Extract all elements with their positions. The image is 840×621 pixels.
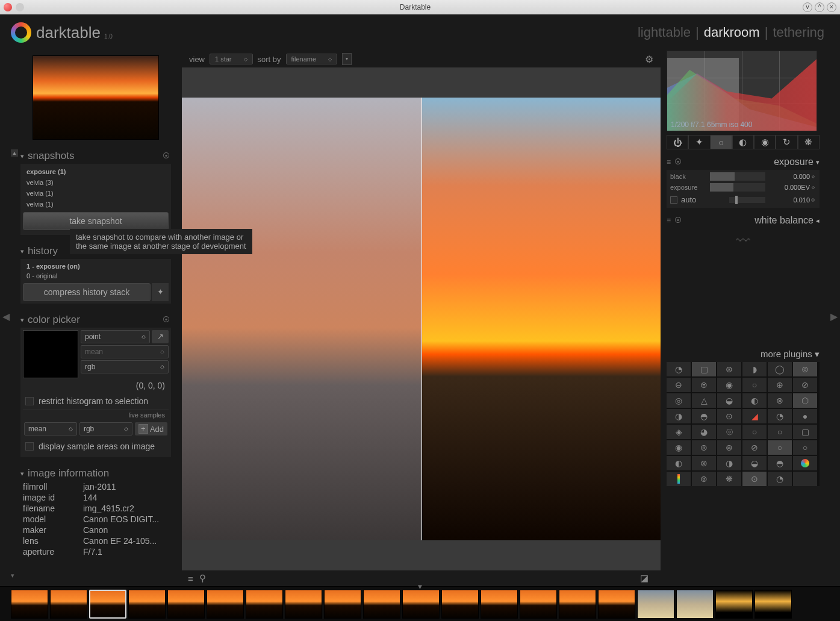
picker-colorspace-select[interactable]: rgb◇	[81, 360, 169, 373]
plugin-icon[interactable]: ◎	[667, 393, 691, 408]
plugin-icon[interactable]: ◑	[717, 456, 741, 470]
white-balance-module-header[interactable]: ≡⦿ white balance ◂	[667, 213, 820, 228]
thumbnail-preview[interactable]	[33, 55, 159, 140]
filmstrip-thumb[interactable]	[559, 590, 596, 619]
take-snapshot-button[interactable]: take snapshot	[23, 212, 169, 230]
module-group-basic[interactable]: ○	[711, 135, 732, 149]
plugin-icon[interactable]	[793, 456, 817, 470]
filmstrip-thumb[interactable]	[50, 590, 87, 619]
plugin-icon[interactable]: ⬡	[793, 393, 817, 408]
filmstrip-thumb[interactable]	[128, 590, 166, 619]
black-slider[interactable]	[710, 172, 765, 181]
plugin-icon[interactable]: ◑	[667, 409, 691, 423]
plugin-icon[interactable]: ⊘	[793, 378, 817, 392]
plugin-icon[interactable]	[667, 472, 691, 486]
filmstrip-thumb[interactable]	[285, 590, 322, 619]
plugin-icon[interactable]: ⊗	[768, 393, 792, 408]
module-menu-icon[interactable]: ≡	[667, 216, 671, 225]
sample-colorspace-select[interactable]: rgb◇	[79, 422, 132, 435]
plugin-icon[interactable]: △	[692, 393, 716, 408]
collapse-bottom-icon[interactable]: ▼	[417, 582, 424, 591]
plugin-icon[interactable]: ○	[768, 425, 792, 439]
module-group-favorites[interactable]: ✦	[688, 135, 710, 149]
snapshot-split-handle[interactable]	[422, 98, 422, 540]
sort-direction-button[interactable]: ▾	[342, 53, 352, 65]
plugin-icon[interactable]: ⊙	[717, 409, 741, 423]
plugin-icon[interactable]: ⊜	[692, 378, 716, 392]
filmstrip-thumb[interactable]	[481, 590, 518, 619]
module-group-active[interactable]: ⏻	[667, 135, 688, 149]
filmstrip-thumb[interactable]	[754, 590, 792, 619]
snapshot-item[interactable]: velvia (3)	[23, 177, 169, 188]
plugin-icon[interactable]: ◔	[768, 472, 792, 486]
picker-mode-select[interactable]: point◇	[81, 330, 150, 343]
picker-stat-select[interactable]: mean◇	[81, 345, 169, 358]
plugin-icon[interactable]: ⊚	[692, 440, 716, 455]
plugin-icon[interactable]: ◯	[768, 362, 792, 376]
color-picker-header[interactable]: ▾ color picker ⦿	[20, 312, 171, 328]
plugin-icon[interactable]: ⊚	[793, 362, 817, 376]
left-scroll-up[interactable]: ▲	[11, 149, 18, 157]
nav-darkroom[interactable]: darkroom	[699, 25, 765, 40]
view-filter-select[interactable]: 1 star◇	[210, 54, 253, 64]
plugin-icon[interactable]: ○	[742, 378, 767, 392]
add-sample-button[interactable]: +Add	[135, 422, 167, 435]
compress-history-button[interactable]: compress history stack	[23, 283, 151, 301]
plugin-icon[interactable]: ◓	[692, 409, 716, 423]
collapse-left-icon[interactable]: ◀	[2, 311, 10, 322]
plugin-icon[interactable]: ◐	[667, 456, 691, 470]
filmstrip-thumb[interactable]	[598, 590, 635, 619]
snapshots-header[interactable]: ▾ snapshots ⦿	[20, 148, 171, 164]
plugin-icon[interactable]: ⊕	[768, 378, 792, 392]
plugin-icon[interactable]: ○	[742, 425, 767, 439]
window-btn-2[interactable]: ^	[815, 2, 824, 12]
plugin-icon[interactable]: ○	[793, 440, 817, 455]
plugin-icon[interactable]: ⊚	[692, 472, 716, 486]
collapse-right-icon[interactable]: ▶	[830, 311, 838, 322]
reset-icon[interactable]: ⦿	[163, 316, 171, 324]
quick-access-icon[interactable]: ≡	[188, 573, 193, 584]
display-samples-checkbox[interactable]	[25, 442, 34, 451]
module-group-tone[interactable]: ◐	[732, 135, 754, 149]
more-plugins-header[interactable]: more plugins ▾	[667, 346, 820, 362]
filmstrip-thumb[interactable]	[167, 590, 205, 619]
filmstrip-thumb[interactable]	[246, 590, 283, 619]
filmstrip-thumb[interactable]	[520, 590, 557, 619]
module-reset-icon[interactable]: ⦿	[674, 158, 682, 166]
nav-lighttable[interactable]: lighttable	[633, 25, 695, 40]
snapshot-item[interactable]: exposure (1)	[23, 166, 169, 177]
plugin-icon[interactable]	[793, 472, 817, 486]
image-info-header[interactable]: ▾ image information	[20, 466, 171, 481]
plugin-icon[interactable]: ○	[768, 440, 792, 455]
plugin-icon[interactable]: ⊛	[717, 440, 741, 455]
plugin-icon[interactable]: ◓	[768, 456, 792, 470]
fullscreen-icon[interactable]: ◪	[640, 573, 649, 584]
filmstrip-thumb[interactable]	[676, 590, 714, 619]
plugin-icon[interactable]: ⊗	[692, 456, 716, 470]
sort-by-select[interactable]: filename◇	[286, 54, 338, 64]
auto-exposure-checkbox[interactable]	[670, 196, 677, 204]
filmstrip-thumb[interactable]	[441, 590, 479, 619]
filmstrip-thumb[interactable]	[324, 590, 361, 619]
plugin-icon[interactable]: ◔	[667, 362, 691, 376]
image-canvas[interactable]	[182, 67, 661, 570]
exposure-slider[interactable]	[710, 183, 765, 192]
module-menu-icon[interactable]: ≡	[667, 158, 671, 166]
filmstrip-thumb[interactable]	[637, 590, 674, 619]
overexposed-icon[interactable]: ⚲	[199, 573, 206, 584]
eyedropper-icon[interactable]: ↗	[152, 330, 169, 343]
module-group-color[interactable]: ◉	[754, 135, 776, 149]
plugin-icon[interactable]: ●	[793, 409, 817, 423]
reset-icon[interactable]: ⦿	[163, 152, 171, 160]
plugin-icon[interactable]: ⊙	[742, 472, 767, 486]
plugin-icon[interactable]: ⊖	[667, 378, 691, 392]
plugin-icon[interactable]: ⦾	[717, 425, 741, 439]
plugin-icon[interactable]: ⊛	[717, 362, 741, 376]
plugin-icon[interactable]: ◉	[667, 440, 691, 455]
plugin-icon[interactable]: ◒	[717, 393, 741, 408]
plugin-icon[interactable]: ◕	[692, 425, 716, 439]
plugin-icon[interactable]: ◒	[742, 456, 767, 470]
window-btn-3[interactable]: ×	[827, 2, 836, 12]
gear-icon[interactable]: ⚙	[645, 54, 653, 65]
filmstrip-thumb[interactable]	[715, 590, 753, 619]
